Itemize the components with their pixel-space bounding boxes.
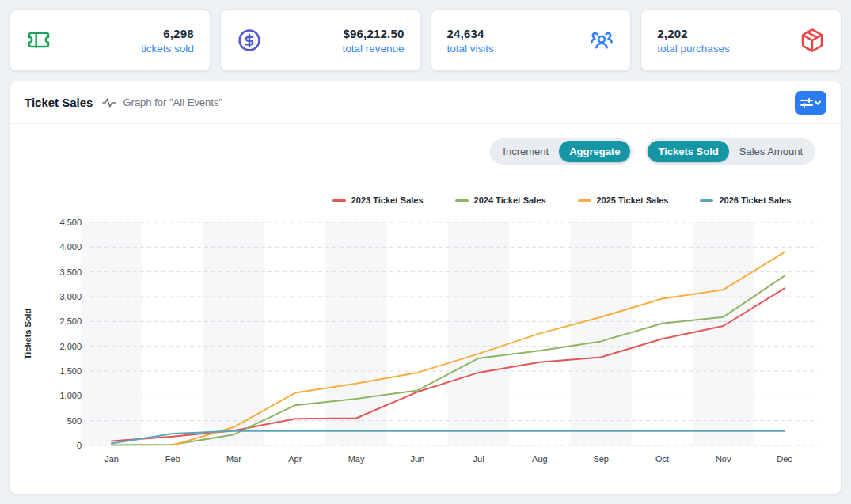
stat-value: $96,212.50	[343, 27, 404, 40]
svg-text:500: 500	[67, 416, 82, 426]
svg-text:Dec: Dec	[777, 454, 792, 464]
panel-header: Ticket Sales Graph for "All Events"	[10, 81, 841, 124]
legend-swatch	[700, 199, 713, 202]
panel-title: Ticket Sales	[25, 96, 93, 109]
stat-label: total purchases	[657, 43, 730, 55]
legend-item-2025[interactable]: 2025 Ticket Sales	[578, 195, 669, 206]
chart-controls: Increment Aggregate Tickets Sold Sales A…	[10, 138, 841, 165]
legend-swatch	[332, 199, 346, 202]
svg-text:3,500: 3,500	[59, 267, 82, 277]
svg-text:4,000: 4,000	[59, 242, 82, 252]
segmented-control-metric: Tickets Sold Sales Amount	[645, 138, 815, 165]
svg-text:3,000: 3,000	[59, 292, 82, 301]
svg-text:Nov: Nov	[716, 454, 731, 464]
svg-text:2,500: 2,500	[59, 316, 82, 326]
stat-label: tickets sold	[141, 43, 194, 55]
stat-value: 2,202	[657, 27, 688, 40]
svg-text:May: May	[348, 454, 365, 464]
svg-text:Jan: Jan	[104, 454, 119, 464]
svg-text:Aug: Aug	[532, 454, 548, 464]
svg-text:1,500: 1,500	[59, 366, 82, 376]
tickets-sold-toggle[interactable]: Tickets Sold	[648, 141, 728, 162]
legend-label: 2026 Ticket Sales	[719, 195, 791, 205]
ticket-sales-line-chart: 05001,0001,5002,0002,5003,0003,5004,0004…	[17, 212, 840, 477]
svg-text:Jul: Jul	[473, 454, 484, 464]
package-icon	[800, 28, 825, 53]
svg-text:4,500: 4,500	[59, 218, 82, 227]
ticket-sales-panel: Ticket Sales Graph for "All Events" Incr…	[9, 81, 842, 495]
legend-swatch	[455, 199, 469, 202]
stat-label: total revenue	[342, 43, 404, 55]
svg-text:2,000: 2,000	[59, 342, 82, 351]
aggregate-toggle[interactable]: Aggregate	[559, 141, 630, 162]
stat-label: total visits	[447, 43, 494, 55]
legend-item-2024[interactable]: 2024 Ticket Sales	[455, 195, 546, 206]
svg-text:Jun: Jun	[411, 454, 425, 464]
legend-swatch	[578, 199, 591, 202]
stat-value: 6,298	[163, 27, 194, 40]
users-icon	[589, 28, 614, 53]
panel-subtitle: Graph for "All Events"	[123, 97, 222, 108]
stat-value: 24,634	[447, 27, 484, 40]
segmented-control-mode: Increment Aggregate	[490, 138, 633, 165]
legend-label: 2025 Ticket Sales	[597, 195, 669, 205]
legend-item-2026[interactable]: 2026 Ticket Sales	[700, 195, 791, 206]
svg-text:Tickets Sold: Tickets Sold	[23, 309, 32, 360]
legend-label: 2024 Ticket Sales	[474, 195, 546, 205]
svg-text:Mar: Mar	[226, 454, 241, 464]
legend-label: 2023 Ticket Sales	[351, 195, 424, 205]
svg-text:0: 0	[77, 441, 82, 450]
chart-legend: 2023 Ticket Sales 2024 Ticket Sales 2025…	[146, 195, 851, 206]
svg-text:1,000: 1,000	[59, 391, 82, 400]
svg-text:Sep: Sep	[593, 454, 609, 464]
svg-text:Apr: Apr	[288, 454, 302, 464]
ticket-icon	[26, 28, 51, 53]
increment-toggle[interactable]: Increment	[492, 141, 559, 162]
stat-card-total-purchases: 2,202 total purchases	[640, 9, 842, 71]
svg-text:Feb: Feb	[165, 454, 180, 464]
filter-button[interactable]	[795, 91, 826, 115]
stat-card-total-visits: 24,634 total visits	[431, 9, 632, 71]
svg-text:Oct: Oct	[655, 454, 669, 464]
stats-row: 6,298 tickets sold $96,212.50 total reve…	[9, 9, 842, 71]
dollar-circle-icon	[237, 28, 262, 53]
stat-card-tickets-sold: 6,298 tickets sold	[9, 9, 211, 71]
legend-item-2023[interactable]: 2023 Ticket Sales	[332, 195, 424, 206]
stat-card-total-revenue: $96,212.50 total revenue	[220, 9, 421, 71]
activity-icon	[102, 97, 116, 108]
sales-amount-toggle[interactable]: Sales Amount	[729, 141, 813, 162]
